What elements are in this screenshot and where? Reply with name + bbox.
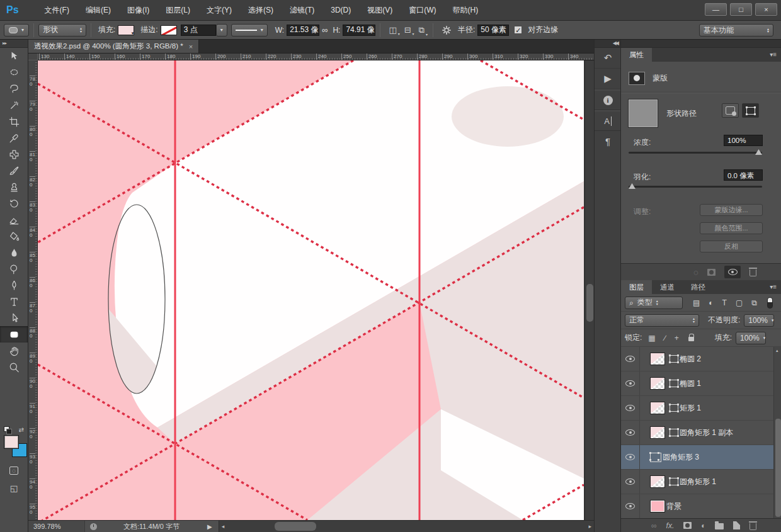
stroke-style-dropdown[interactable]: ▾ bbox=[231, 24, 268, 37]
vector-mask-icon[interactable] bbox=[670, 429, 678, 436]
path-alignment-icon[interactable]: ⊟▾ bbox=[404, 25, 411, 35]
menu-item[interactable]: 文字(Y) bbox=[198, 0, 240, 21]
layer-style-fx-icon[interactable]: fx. bbox=[666, 521, 675, 530]
density-slider-thumb[interactable] bbox=[755, 149, 762, 155]
new-group-folder-icon[interactable] bbox=[715, 523, 724, 529]
layer-thumbnail[interactable] bbox=[650, 402, 665, 414]
filter-pixel-layers-icon[interactable]: ▤ bbox=[693, 298, 700, 307]
load-selection-icon[interactable]: ◌ bbox=[693, 268, 698, 277]
path-operations-icon[interactable]: ◫▾ bbox=[389, 25, 396, 35]
elliptical-marquee-tool[interactable] bbox=[0, 64, 28, 81]
stroke-width-input[interactable]: 3 点 bbox=[181, 25, 216, 36]
canvas[interactable] bbox=[38, 60, 584, 520]
adjust-button[interactable]: 反相 bbox=[700, 241, 763, 252]
layer-row[interactable]: 圆角矩形 1 副本 bbox=[621, 421, 781, 445]
path-arrangement-icon[interactable]: ⧉▾ bbox=[419, 25, 425, 35]
horizontal-scrollbar-thumb[interactable] bbox=[275, 522, 316, 531]
filter-shape-layers-icon[interactable]: ▢ bbox=[736, 298, 743, 307]
tab-channels[interactable]: 通道 bbox=[652, 280, 683, 294]
shape-height-input[interactable]: 74.91 像素 bbox=[343, 25, 375, 36]
tab-properties[interactable]: 属性 bbox=[621, 48, 652, 62]
horizontal-scrollbar[interactable]: ◂ ▸ bbox=[219, 521, 594, 532]
quick-mask-button[interactable]: ◌ bbox=[0, 463, 28, 478]
window-button[interactable]: □ bbox=[730, 3, 752, 16]
vertical-scrollbar-thumb[interactable] bbox=[586, 284, 593, 322]
screen-mode-button[interactable]: ◱ bbox=[0, 480, 28, 495]
history-brush-tool[interactable] bbox=[0, 195, 28, 212]
fill-dropdown[interactable]: 100% ▾ bbox=[736, 332, 766, 344]
quick-selection-tool[interactable] bbox=[0, 97, 28, 113]
opacity-dropdown[interactable]: 100% ▾ bbox=[744, 314, 774, 327]
character-panel-icon[interactable]: A bbox=[595, 110, 621, 131]
radius-input[interactable]: 50 像素 bbox=[477, 25, 509, 36]
add-layer-mask-icon[interactable] bbox=[683, 522, 692, 529]
adjust-button[interactable]: 颜色范围... bbox=[700, 222, 763, 234]
layer-name[interactable]: 圆角矩形 1 bbox=[680, 477, 716, 487]
filter-type-layers-icon[interactable]: T bbox=[722, 298, 727, 307]
add-pixel-mask-button[interactable] bbox=[722, 103, 739, 118]
layer-thumbnail[interactable] bbox=[650, 500, 665, 512]
menu-item[interactable]: 图层(L) bbox=[157, 0, 198, 21]
feather-slider-thumb[interactable] bbox=[629, 183, 636, 189]
layer-name[interactable]: 圆角矩形 3 bbox=[663, 452, 699, 463]
dodge-tool[interactable] bbox=[0, 261, 28, 277]
lasso-tool[interactable] bbox=[0, 81, 28, 97]
fill-swatch[interactable]: ▾ bbox=[118, 25, 134, 35]
window-button[interactable]: × bbox=[755, 3, 777, 16]
move-tool[interactable] bbox=[0, 48, 28, 64]
align-edges-checkbox[interactable]: ✓ bbox=[514, 26, 522, 34]
layer-visibility-cell[interactable] bbox=[621, 347, 640, 371]
blend-mode-dropdown[interactable]: 正常 ▴▾ bbox=[625, 314, 699, 327]
dock-collapse-button[interactable]: ◀◀ bbox=[595, 40, 620, 48]
layer-row[interactable]: 背景 bbox=[621, 494, 781, 518]
status-flyout-icon[interactable]: ▶ bbox=[207, 523, 212, 530]
gear-icon[interactable] bbox=[442, 25, 452, 35]
vector-mask-icon[interactable] bbox=[670, 355, 678, 363]
layer-visibility-cell[interactable] bbox=[621, 494, 640, 518]
layer-name[interactable]: 矩形 1 bbox=[680, 403, 701, 414]
clone-stamp-tool[interactable] bbox=[0, 179, 28, 195]
eyedropper-tool[interactable] bbox=[0, 130, 28, 146]
stroke-swatch[interactable] bbox=[161, 25, 177, 35]
menu-item[interactable]: 3D(D) bbox=[322, 0, 359, 21]
vector-mask-button[interactable] bbox=[742, 103, 759, 118]
shape-width-input[interactable]: 21.53 像素 bbox=[287, 25, 319, 36]
layer-visibility-cell[interactable] bbox=[621, 470, 640, 494]
menu-item[interactable]: 选择(S) bbox=[240, 0, 282, 21]
panel-menu-icon[interactable]: ▾≡ bbox=[770, 280, 777, 294]
filter-type-dropdown[interactable]: ⌕ 类型 ▴▾ bbox=[625, 297, 683, 309]
filter-adjustment-layers-icon[interactable]: ◐ bbox=[709, 298, 713, 307]
history-panel-icon[interactable]: ↶ bbox=[595, 48, 621, 69]
delete-mask-trash-icon[interactable] bbox=[750, 269, 756, 276]
window-button[interactable]: — bbox=[705, 3, 727, 16]
panel-menu-icon[interactable]: ▾≡ bbox=[770, 48, 777, 62]
vector-mask-icon[interactable] bbox=[670, 380, 678, 387]
layer-name[interactable]: 椭圆 2 bbox=[680, 354, 701, 365]
layer-thumbnail[interactable] bbox=[650, 353, 665, 365]
vector-mask-icon[interactable] bbox=[650, 453, 661, 462]
vertical-ruler[interactable]: 7707807908008108208308408508608708808909… bbox=[28, 60, 38, 520]
vertical-scrollbar[interactable] bbox=[584, 60, 594, 520]
apply-mask-icon[interactable] bbox=[707, 269, 715, 276]
mask-thumbnail[interactable] bbox=[629, 99, 658, 127]
layer-name[interactable]: 圆角矩形 1 副本 bbox=[680, 427, 733, 438]
actions-panel-icon[interactable]: ▶ bbox=[595, 69, 621, 89]
layer-visibility-cell[interactable] bbox=[621, 396, 640, 420]
lock-transparency-icon[interactable]: ▦ bbox=[648, 334, 655, 342]
layer-thumbnail[interactable] bbox=[650, 426, 665, 439]
layer-visibility-cell[interactable] bbox=[621, 445, 640, 469]
brush-tool[interactable] bbox=[0, 162, 28, 179]
vector-mask-icon[interactable] bbox=[670, 478, 678, 485]
lock-all-icon[interactable] bbox=[688, 337, 694, 341]
filter-smart-objects-icon[interactable]: ⧉ bbox=[751, 298, 757, 307]
scroll-right-icon[interactable]: ▸ bbox=[588, 523, 591, 529]
layer-thumbnail[interactable] bbox=[650, 377, 665, 390]
menu-item[interactable]: 图像(I) bbox=[119, 0, 157, 21]
feather-input[interactable]: 0.0 像素 bbox=[724, 169, 763, 181]
close-tab-icon[interactable]: × bbox=[189, 43, 193, 50]
document-tab[interactable]: 透视效果2.psd @ 400% (圆角矩形 3, RGB/8) * × bbox=[28, 40, 199, 53]
paragraph-panel-icon[interactable]: ¶ bbox=[595, 131, 621, 152]
layers-scrollbar[interactable]: ▴ bbox=[773, 347, 781, 518]
vector-mask-icon[interactable] bbox=[670, 404, 678, 412]
type-tool[interactable] bbox=[0, 293, 28, 310]
